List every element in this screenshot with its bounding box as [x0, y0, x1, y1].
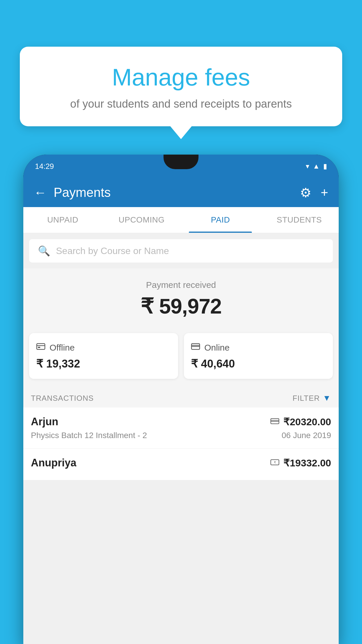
status-bar: 14:29 ▾ ▲ ▮ [23, 155, 339, 178]
payment-summary: Payment received ₹ 59,972 [23, 268, 339, 327]
online-card: Online ₹ 40,640 [184, 333, 333, 379]
tooltip-card: Manage fees of your students and send re… [20, 47, 342, 126]
payment-cards: Offline ₹ 19,332 Online ₹ 40,640 [23, 327, 339, 388]
signal-icon: ▲ [313, 162, 320, 170]
transaction-row-bottom: Physics Batch 12 Installment - 2 06 June… [31, 431, 331, 440]
online-label: Online [204, 343, 230, 353]
battery-icon: ▮ [323, 162, 327, 170]
transaction-amount-row: ₹ ₹19332.00 [270, 457, 331, 469]
offline-icon [36, 342, 45, 353]
tab-bar: UNPAID UPCOMING PAID STUDENTS [23, 207, 339, 233]
svg-text:₹: ₹ [274, 461, 276, 464]
tooltip-subtitle: of your students and send receipts to pa… [40, 96, 322, 112]
phone-frame: 14:29 ▾ ▲ ▮ ← Payments ⚙ + UNPAID UPCOMI… [23, 155, 339, 644]
phone-content: 🔍 Search by Course or Name Payment recei… [23, 233, 339, 644]
svg-rect-0 [37, 344, 45, 349]
header-title: Payments [54, 185, 293, 200]
transactions-label: TRANSACTIONS [31, 394, 94, 403]
filter-button[interactable]: FILTER ▼ [293, 393, 331, 403]
filter-label: FILTER [293, 394, 320, 403]
header-icons: ⚙ + [300, 185, 328, 200]
transaction-item[interactable]: Arjun ₹20320.00 Physics Batch 1 [23, 407, 339, 449]
transactions-header: TRANSACTIONS FILTER ▼ [23, 388, 339, 407]
tab-paid[interactable]: PAID [181, 207, 260, 233]
online-card-header: Online [191, 342, 326, 353]
payment-amount: ₹ 59,972 [29, 294, 333, 318]
svg-rect-2 [38, 347, 40, 348]
payment-received-label: Payment received [29, 280, 333, 290]
transaction-row-top: Anupriya ₹ ₹19332.00 [31, 457, 331, 469]
transaction-amount: ₹19332.00 [283, 457, 331, 469]
offline-card-header: Offline [36, 342, 171, 353]
offline-label: Offline [50, 343, 75, 353]
tooltip-title: Manage fees [40, 64, 322, 90]
add-icon[interactable]: + [321, 185, 328, 200]
transaction-amount: ₹20320.00 [283, 416, 331, 428]
transaction-date: 06 June 2019 [282, 431, 331, 440]
wifi-icon: ▾ [306, 162, 309, 170]
transaction-amount-row: ₹20320.00 [270, 416, 331, 428]
app-header: ← Payments ⚙ + [23, 178, 339, 207]
transaction-name: Arjun [31, 416, 58, 428]
settings-icon[interactable]: ⚙ [300, 185, 311, 200]
transaction-name: Anupriya [31, 457, 76, 469]
transaction-payment-icon: ₹ [270, 458, 279, 468]
online-amount: ₹ 40,640 [191, 357, 326, 370]
tab-unpaid[interactable]: UNPAID [23, 207, 102, 233]
offline-card: Offline ₹ 19,332 [29, 333, 178, 379]
online-icon [191, 342, 200, 353]
search-bar[interactable]: 🔍 Search by Course or Name [29, 239, 333, 262]
transaction-item[interactable]: Anupriya ₹ ₹19332.00 [23, 449, 339, 480]
transaction-payment-icon [270, 417, 279, 426]
transaction-list: Arjun ₹20320.00 Physics Batch 1 [23, 407, 339, 480]
search-placeholder: Search by Course or Name [56, 246, 169, 256]
status-time: 14:29 [35, 162, 54, 171]
tab-students[interactable]: STUDENTS [260, 207, 339, 233]
filter-icon: ▼ [323, 393, 331, 403]
transaction-row-top: Arjun ₹20320.00 [31, 416, 331, 428]
status-icons: ▾ ▲ ▮ [306, 162, 327, 170]
transaction-course: Physics Batch 12 Installment - 2 [31, 431, 147, 440]
search-icon: 🔍 [38, 245, 50, 257]
back-button[interactable]: ← [34, 185, 47, 200]
tab-upcoming[interactable]: UPCOMING [102, 207, 181, 233]
offline-amount: ₹ 19,332 [36, 357, 171, 370]
notch [164, 155, 198, 169]
